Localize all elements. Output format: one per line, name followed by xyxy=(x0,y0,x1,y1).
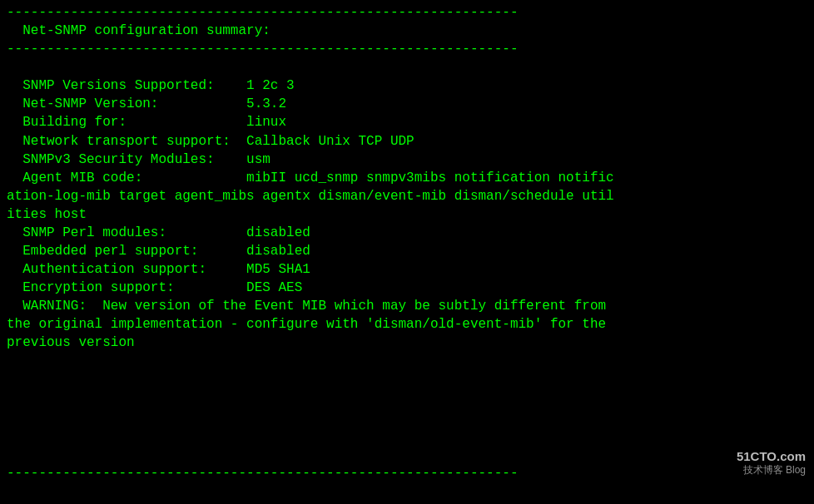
heading-line: Net-SNMP configuration summary: xyxy=(7,22,807,40)
separator-mid: ----------------------------------------… xyxy=(7,40,807,58)
terminal-content: ----------------------------------------… xyxy=(0,0,814,355)
building-for-line: Building for: linux xyxy=(7,113,807,131)
auth-support-line: Authentication support: MD5 SHA1 xyxy=(7,260,807,279)
warning-cont1: the original implementation - configure … xyxy=(7,315,807,334)
embedded-perl-line: Embedded perl support: disabled xyxy=(7,242,807,260)
separator-bottom: ----------------------------------------… xyxy=(0,466,814,481)
warning-line: WARNING: New version of the Event MIB wh… xyxy=(7,297,807,315)
watermark-sub-text: 技术博客 Blog xyxy=(737,463,806,477)
netsnmp-version-line: Net-SNMP Version: 5.3.2 xyxy=(7,95,807,113)
watermark: 51CTO.com 技术博客 Blog xyxy=(737,449,806,477)
snmpv3-security-line: SNMPv3 Security Modules: usm xyxy=(7,151,807,169)
watermark-main-text: 51CTO.com xyxy=(737,449,806,463)
separator-top: ----------------------------------------… xyxy=(7,3,807,22)
blank-line-1 xyxy=(7,58,807,77)
agent-mib-cont1: ation-log-mib target agent_mibs agentx d… xyxy=(7,187,807,205)
network-transport-line: Network transport support: Callback Unix… xyxy=(7,132,807,151)
snmp-versions-line: SNMP Versions Supported: 1 2c 3 xyxy=(7,77,807,95)
encryption-support-line: Encryption support: DES AES xyxy=(7,279,807,297)
warning-cont2: previous version xyxy=(7,334,807,352)
perl-modules-line: SNMP Perl modules: disabled xyxy=(7,224,807,242)
agent-mib-line: Agent MIB code: mibII ucd_snmp snmpv3mib… xyxy=(7,169,807,187)
agent-mib-cont2: ities host xyxy=(7,205,807,224)
terminal-window: ----------------------------------------… xyxy=(0,0,814,504)
